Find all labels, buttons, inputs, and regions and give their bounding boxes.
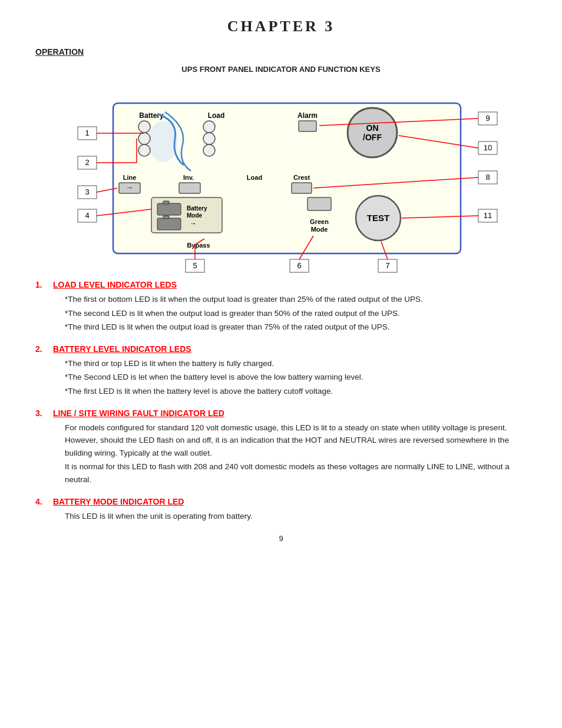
svg-text:ON: ON <box>366 123 379 133</box>
section-body-1: *The first or bottom LED is lit when the… <box>65 293 527 334</box>
section-title-4: BATTERY MODE INDICATOR LED <box>53 497 184 506</box>
svg-text:8: 8 <box>485 173 490 182</box>
svg-point-26 <box>138 144 150 156</box>
ups-diagram: 1 2 3 4 9 10 8 11 5 6 7 Battery <box>60 80 502 280</box>
svg-point-24 <box>138 121 150 133</box>
section-num-4: 4. <box>35 497 47 506</box>
body-paragraph: It is normal for this LED to flash with … <box>65 460 527 486</box>
svg-rect-47 <box>163 201 169 204</box>
section-1: 1.LOAD LEVEL INDICATOR LEDS*The first or… <box>35 280 527 334</box>
content-sections: 1.LOAD LEVEL INDICATOR LEDS*The first or… <box>35 280 527 522</box>
svg-point-30 <box>203 133 215 144</box>
svg-rect-48 <box>157 218 181 230</box>
svg-rect-44 <box>292 183 312 193</box>
section-title-2: BATTERY LEVEL INDICATOR LEDS <box>53 344 191 354</box>
svg-text:3: 3 <box>85 187 89 196</box>
body-paragraph: *The third or top LED is lit when the ba… <box>65 357 527 370</box>
svg-text:2: 2 <box>85 158 89 167</box>
svg-text:6: 6 <box>297 261 301 270</box>
svg-text:Inv.: Inv. <box>183 174 194 181</box>
svg-text:/OFF: /OFF <box>363 133 382 142</box>
body-paragraph: For models configured for standard 120 v… <box>65 421 527 460</box>
svg-text:1: 1 <box>85 129 89 137</box>
body-paragraph: This LED is lit when the unit is operati… <box>65 510 527 523</box>
svg-point-29 <box>203 121 215 133</box>
svg-text:5: 5 <box>193 261 197 270</box>
svg-text:10: 10 <box>484 143 492 152</box>
body-paragraph: *The Second LED is let when the battery … <box>65 371 527 384</box>
svg-text:Mode: Mode <box>187 212 203 219</box>
body-paragraph: *The second LED is lit when the output l… <box>65 307 527 320</box>
svg-rect-41 <box>179 183 200 193</box>
svg-point-27 <box>148 121 178 162</box>
chapter-title: CHAPTER 3 <box>35 18 527 35</box>
svg-text:11: 11 <box>484 211 492 220</box>
body-paragraph: *The first or bottom LED is lit when the… <box>65 293 527 306</box>
diagram-title: UPS FRONT PANEL INDICATOR AND FUNCTION K… <box>35 65 527 74</box>
body-paragraph: *The third LED is lit when the output lo… <box>65 321 527 334</box>
svg-rect-46 <box>157 203 181 215</box>
svg-text:Battery: Battery <box>187 205 207 212</box>
svg-text:4: 4 <box>85 211 89 220</box>
svg-text:Load: Load <box>208 111 225 120</box>
operation-header: OPERATION <box>35 47 527 57</box>
svg-text:Load: Load <box>247 174 262 181</box>
section-num-1: 1. <box>35 280 47 289</box>
svg-text:TEST: TEST <box>367 213 389 223</box>
section-2: 2.BATTERY LEVEL INDICATOR LEDS*The third… <box>35 344 527 398</box>
svg-rect-56 <box>308 197 331 210</box>
svg-point-25 <box>138 133 150 144</box>
svg-text:Crest: Crest <box>293 174 310 181</box>
section-num-3: 3. <box>35 409 47 418</box>
svg-text:→: → <box>126 183 133 192</box>
svg-rect-33 <box>299 121 316 131</box>
section-body-4: This LED is lit when the unit is operati… <box>65 510 527 523</box>
svg-text:→: → <box>190 219 197 228</box>
section-body-2: *The third or top LED is lit when the ba… <box>65 357 527 398</box>
svg-text:7: 7 <box>385 261 389 270</box>
body-paragraph: *The first LED is lit when the battery l… <box>65 385 527 398</box>
section-num-2: 2. <box>35 344 47 354</box>
svg-rect-49 <box>163 216 169 219</box>
section-title-1: LOAD LEVEL INDICATOR LEDS <box>53 280 177 289</box>
section-body-3: For models configured for standard 120 v… <box>65 421 527 486</box>
section-3: 3.LINE / SITE WIRING FAULT INDICATOR LED… <box>35 409 527 486</box>
svg-text:Green: Green <box>310 218 329 225</box>
svg-text:Mode: Mode <box>311 226 328 233</box>
svg-point-31 <box>203 144 215 156</box>
svg-text:9: 9 <box>485 114 490 123</box>
section-title-3: LINE / SITE WIRING FAULT INDICATOR LED <box>53 409 224 418</box>
svg-text:Alarm: Alarm <box>297 111 318 120</box>
svg-text:Line: Line <box>123 174 137 181</box>
page-number: 9 <box>35 534 527 543</box>
section-4: 4.BATTERY MODE INDICATOR LEDThis LED is … <box>35 497 527 523</box>
